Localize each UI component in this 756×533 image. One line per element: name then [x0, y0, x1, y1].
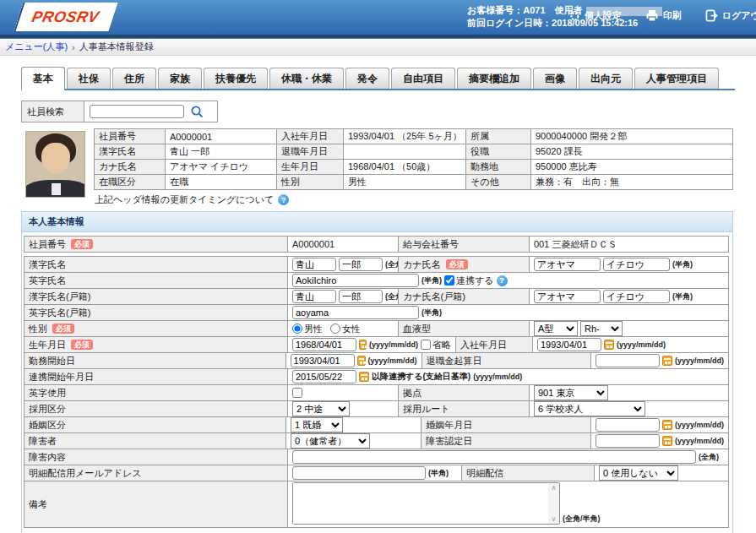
tab-自由項目[interactable]: 自由項目 — [391, 68, 455, 89]
calendar-icon[interactable] — [662, 420, 672, 430]
disability-cert-date-input[interactable] — [596, 434, 660, 448]
severance-calc-start-date-input[interactable] — [596, 354, 660, 367]
format-note: (yyyy/mm/dd) — [368, 356, 417, 365]
calendar-icon[interactable] — [359, 340, 367, 350]
form-row-statement-email: 明細配信用メールアドレス(半角)明細配信0 使用しない — [24, 465, 729, 481]
help-icon[interactable]: ? — [278, 194, 289, 205]
logo: PROSRV — [12, 3, 123, 31]
link-start-date-input[interactable] — [292, 370, 356, 383]
calendar-icon[interactable] — [357, 356, 366, 366]
english-name-input[interactable] — [292, 274, 419, 287]
disability-cert-date-label: 障害認定日 — [426, 435, 472, 448]
kanji-name-registered-input[interactable] — [292, 290, 336, 303]
logout-button[interactable]: ログアウト — [705, 9, 756, 22]
blood-type-select[interactable]: Rh- — [580, 321, 623, 336]
kana-name-registered-input[interactable] — [603, 290, 670, 303]
summary-value: 兼務：有 出向：無 — [530, 174, 733, 190]
form-row-marriage-category: 婚姻区分1 既婚婚姻年月日(yyyy/mm/dd) — [24, 417, 729, 433]
summary-value: 95020 課長 — [530, 144, 733, 160]
hire-date-input[interactable] — [537, 338, 601, 351]
format-note: (yyyy/mm/dd) — [675, 437, 724, 445]
gender-radio-男性[interactable] — [292, 324, 302, 334]
tab-出向元[interactable]: 出向元 — [579, 68, 633, 89]
tab-家族[interactable]: 家族 — [158, 68, 202, 89]
blood-type-select[interactable]: A型 — [534, 321, 578, 336]
statement-delivery-label: 明細配信 — [466, 467, 503, 480]
tab-発令[interactable]: 発令 — [345, 68, 389, 89]
breadcrumb-menu-link[interactable]: メニュー(人事) — [5, 41, 68, 53]
marriage-category-select[interactable]: 1 既婚 — [291, 417, 343, 432]
calendar-icon[interactable] — [359, 372, 369, 382]
summary-label: 勤務地 — [465, 159, 531, 175]
calendar-icon[interactable] — [662, 356, 672, 366]
employee-number-label: 社員番号 — [29, 238, 66, 251]
disability-detail-input[interactable] — [292, 450, 696, 464]
tab-住所[interactable]: 住所 — [112, 68, 156, 89]
kanji-name-registered-input[interactable] — [339, 290, 383, 303]
format-note: (半角) — [672, 291, 693, 302]
calendar-icon[interactable] — [662, 436, 672, 446]
section-title: 本人基本情報 — [22, 212, 732, 232]
kana-name-input[interactable] — [603, 258, 670, 271]
calendar-icon[interactable] — [604, 340, 614, 350]
magnifier-icon[interactable] — [190, 105, 204, 119]
form-row-disability: 障害者0（健常者）障害認定日(yyyy/mm/dd) — [24, 433, 729, 449]
statement-delivery-select[interactable]: 0 使用しない — [599, 465, 678, 481]
format-note: (半角) — [672, 259, 693, 270]
tab-人事管理項目[interactable]: 人事管理項目 — [634, 68, 719, 89]
employee-number-value: A0000001 — [292, 239, 334, 249]
format-note: (半角) — [422, 307, 442, 318]
gender-radio-女性[interactable] — [330, 324, 340, 334]
tab-摘要欄追加[interactable]: 摘要欄追加 — [457, 68, 531, 89]
basic-info-form: 社員番号必須A0000001給与会社番号001 三菱総研ＤＣＳ漢字氏名(全角)カ… — [22, 232, 732, 528]
tab-社保[interactable]: 社保 — [67, 68, 111, 89]
help-icon[interactable]: ? — [497, 275, 508, 286]
hire-category-select[interactable]: 2 中途 — [292, 401, 350, 416]
kana-name-registered-label: カナ氏名(戸籍) — [403, 291, 465, 303]
summary-value: 男性 — [343, 174, 466, 190]
tab-休職・休業[interactable]: 休職・休業 — [269, 68, 344, 89]
gender-radio-label: 女性 — [342, 323, 361, 335]
marriage-date-label: 婚姻年月日 — [426, 419, 472, 432]
work-start-date-label: 勤務開始日 — [29, 355, 75, 367]
form-row-remarks: 備考∧∨(全角/半角) — [24, 481, 729, 528]
english-use-checkbox[interactable] — [292, 388, 302, 398]
location-select[interactable]: 901 東京 — [534, 385, 608, 400]
personal-settings-button[interactable]: 個人設定 — [568, 9, 622, 22]
english-name-registered-input[interactable] — [292, 306, 419, 319]
birth-date-input[interactable] — [292, 338, 356, 351]
summary-value: アオヤマ イチロウ — [165, 159, 277, 175]
print-button[interactable]: 印刷 — [645, 9, 682, 22]
english-name-checkbox[interactable] — [444, 275, 454, 286]
birth-date-checkbox[interactable] — [421, 340, 431, 350]
tab-基本[interactable]: 基本 — [21, 67, 65, 90]
hire-route-select[interactable]: 6 学校求人 — [534, 401, 645, 416]
marriage-date-input[interactable] — [596, 418, 660, 432]
summary-label: 役職 — [465, 144, 531, 160]
employee-search-input[interactable] — [90, 105, 184, 118]
scrollbar[interactable]: ∧∨ — [548, 483, 559, 524]
format-note: (全角) — [699, 452, 719, 463]
kanji-name-input[interactable] — [339, 258, 383, 271]
disability-select[interactable]: 0（健常者） — [291, 433, 370, 449]
birth-date-label: 生年月日 — [29, 339, 66, 351]
kana-name-registered-input[interactable] — [534, 290, 601, 303]
severance-calc-start-date-label: 退職金起算日 — [427, 355, 482, 367]
form-row-kanji-name-registered: 漢字氏名(戸籍)(全角)カナ氏名(戸籍)(半角) — [24, 289, 729, 305]
logo-text: PROSRV — [30, 8, 101, 26]
remarks-textarea[interactable] — [293, 483, 548, 524]
remarks-label: 備考 — [29, 498, 47, 511]
tab-画像[interactable]: 画像 — [533, 68, 577, 89]
kanji-name-input[interactable] — [292, 258, 336, 271]
work-start-date-input[interactable] — [291, 354, 355, 367]
statement-email-label: 明細配信用メールアドレス — [29, 467, 142, 480]
birth-date-checkbox-label: 省略 — [432, 339, 451, 351]
english-use-label: 英字使用 — [29, 387, 66, 400]
statement-email-input[interactable] — [292, 466, 426, 480]
tab-扶養優先[interactable]: 扶養優先 — [204, 68, 268, 89]
summary-value: 在職 — [165, 174, 277, 190]
english-name-label: 英字氏名 — [29, 275, 66, 287]
form-row-english-name: 英字氏名(半角)連携する? — [24, 273, 729, 289]
link-start-date-note: 以降連携する(支給日基準) — [372, 371, 470, 383]
kana-name-input[interactable] — [534, 258, 601, 271]
